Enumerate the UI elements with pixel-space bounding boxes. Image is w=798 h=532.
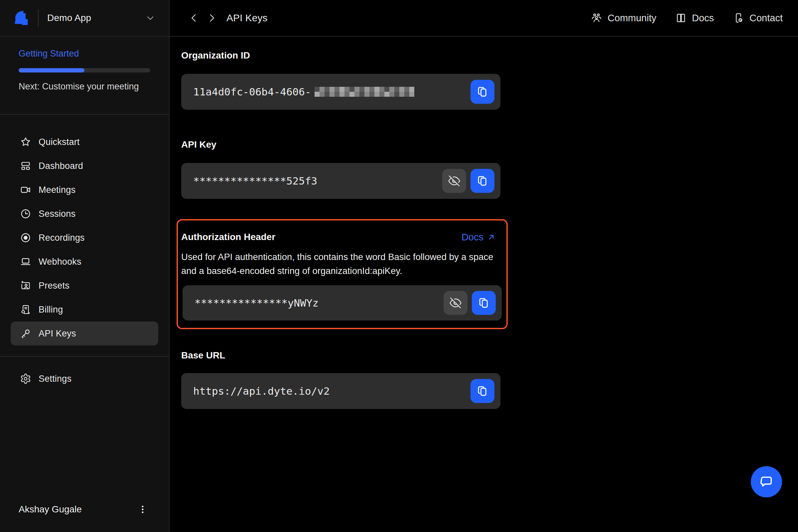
chevron-down-icon (145, 13, 156, 23)
arrow-up-right-icon (487, 233, 496, 242)
community-icon (590, 12, 603, 24)
reveal-auth-header-button[interactable] (443, 291, 468, 315)
auth-header-value: ***************yNWYz (194, 297, 443, 309)
sidebar-item-label: Meetings (39, 185, 75, 195)
app-root: Demo App Getting Started Next: Customise… (0, 0, 798, 532)
key-icon (20, 328, 31, 339)
progress-fill (19, 68, 84, 73)
eye-off-icon (448, 175, 460, 187)
dyte-logo (13, 9, 30, 26)
star-icon (20, 136, 31, 148)
main-area: API Keys Community Docs (170, 0, 798, 532)
sidebar-item-label: Presets (39, 281, 70, 291)
sidebar-item-label: Recordings (39, 233, 85, 243)
api-key-value: ***************525f3 (193, 175, 442, 187)
api-keys-content: Organization ID 11a4d0fc-06b4-4606- API … (170, 37, 798, 409)
sidebar-nav: Quickstart Dashboard Meetings Sessions (0, 115, 169, 391)
getting-started-panel: Getting Started Next: Customise your mee… (0, 37, 169, 115)
contact-link[interactable]: Contact (733, 12, 783, 24)
app-name: Demo App (47, 13, 145, 23)
sidebar-item-api-keys[interactable]: API Keys (11, 322, 158, 345)
user-row: Akshay Gugale (0, 497, 169, 521)
sidebar-item-webhooks[interactable]: Webhooks (11, 250, 158, 274)
sidebar-item-presets[interactable]: Presets (11, 274, 158, 298)
chat-support-button[interactable] (751, 466, 782, 497)
org-id-label: Organization ID (181, 50, 798, 61)
sidebar: Demo App Getting Started Next: Customise… (0, 0, 170, 532)
api-key-label: API Key (181, 139, 798, 150)
auth-docs-link[interactable]: Docs (461, 232, 496, 243)
divider (38, 9, 39, 26)
api-key-field[interactable]: ***************525f3 (181, 163, 500, 199)
eye-off-icon (450, 297, 461, 309)
sidebar-item-sessions[interactable]: Sessions (11, 202, 158, 226)
sidebar-item-dashboard[interactable]: Dashboard (11, 154, 158, 178)
org-id-field[interactable]: 11a4d0fc-06b4-4606- (181, 74, 500, 110)
getting-started-link[interactable]: Getting Started (19, 49, 150, 59)
base-url-field[interactable]: https://api.dyte.io/v2 (181, 373, 500, 409)
receipt-icon (20, 304, 31, 315)
sidebar-item-meetings[interactable]: Meetings (11, 178, 158, 202)
sidebar-item-recordings[interactable]: Recordings (11, 226, 158, 250)
auth-header-label: Authorization Header (181, 231, 275, 243)
preset-person-icon (20, 280, 31, 291)
copy-base-url-button[interactable] (471, 379, 494, 403)
video-camera-icon (20, 184, 31, 195)
auth-header-field[interactable]: ***************yNWYz (183, 285, 502, 321)
back-button[interactable] (188, 12, 200, 24)
community-label: Community (607, 13, 657, 24)
sidebar-item-label: Dashboard (39, 161, 83, 171)
forward-button[interactable] (206, 12, 218, 24)
copy-icon (476, 86, 489, 98)
copy-icon (476, 174, 489, 187)
clock-icon (20, 208, 31, 220)
dashboard-icon (20, 160, 31, 172)
app-switcher[interactable]: Demo App (0, 0, 169, 37)
sidebar-item-label: Settings (39, 374, 72, 384)
sidebar-item-label: API Keys (39, 328, 76, 339)
docs-link[interactable]: Docs (675, 12, 714, 24)
sidebar-item-label: Billing (39, 305, 63, 315)
getting-started-progress (19, 68, 150, 73)
user-name: Akshay Gugale (19, 504, 137, 515)
sidebar-item-label: Quickstart (39, 137, 80, 147)
page-title: API Keys (226, 12, 267, 24)
sidebar-item-quickstart[interactable]: Quickstart (11, 130, 158, 154)
sidebar-item-settings[interactable]: Settings (11, 367, 158, 391)
laptop-icon (20, 256, 31, 267)
chevron-right-icon (206, 12, 217, 24)
kebab-menu-icon[interactable] (137, 503, 148, 516)
chevron-left-icon (188, 12, 200, 24)
community-link[interactable]: Community (590, 12, 657, 24)
getting-started-next-step: Next: Customise your meeting (19, 80, 150, 93)
sidebar-item-billing[interactable]: Billing (11, 298, 158, 322)
gear-icon (20, 373, 31, 384)
open-book-icon (675, 12, 687, 24)
org-id-value: 11a4d0fc-06b4-4606- (193, 86, 471, 98)
docs-label: Docs (692, 13, 714, 24)
base-url-value: https://api.dyte.io/v2 (193, 385, 471, 397)
copy-icon (476, 385, 489, 397)
record-icon (20, 232, 31, 243)
reveal-api-key-button[interactable] (442, 169, 466, 193)
sidebar-item-label: Webhooks (39, 257, 81, 267)
copy-icon (477, 297, 490, 309)
auth-header-description: Used for API authentication, this contai… (181, 250, 499, 278)
base-url-label: Base URL (181, 350, 798, 361)
copy-org-id-button[interactable] (471, 80, 494, 104)
topbar: API Keys Community Docs (170, 0, 798, 37)
sidebar-item-label: Sessions (39, 209, 75, 219)
redacted-value (315, 87, 414, 97)
contact-phone-icon (733, 12, 744, 24)
authorization-header-highlight-box: Authorization Header Docs Used for API a… (176, 219, 508, 329)
contact-label: Contact (749, 13, 783, 24)
copy-auth-header-button[interactable] (472, 291, 496, 315)
chat-bubble-icon (759, 474, 774, 490)
copy-api-key-button[interactable] (471, 169, 494, 193)
